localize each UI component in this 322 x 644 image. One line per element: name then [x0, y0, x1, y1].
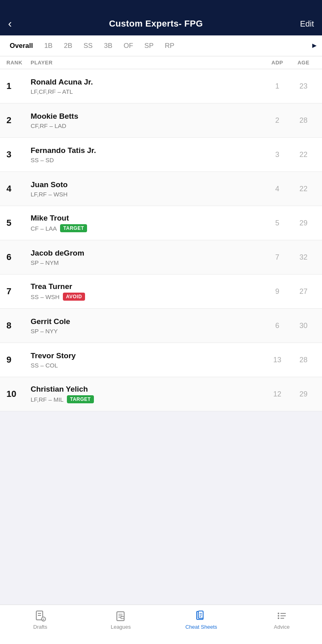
- player-details: SP – NYM: [31, 259, 263, 266]
- nav-leagues[interactable]: Leagues: [97, 610, 145, 630]
- age-value: 27: [291, 287, 316, 296]
- player-details: LF,CF,RF – ATL: [31, 88, 263, 95]
- player-position-team: SS – COL: [31, 362, 58, 369]
- edit-button[interactable]: Edit: [300, 19, 314, 29]
- position-tab-2b[interactable]: 2B: [58, 38, 78, 54]
- position-tab-overall[interactable]: Overall: [4, 38, 39, 54]
- player-info: Trevor Story SS – COL: [31, 351, 263, 369]
- player-details: SS – COL: [31, 362, 263, 369]
- player-info: Christian Yelich LF,RF – MIL TARGET: [31, 385, 263, 403]
- position-tab-3b[interactable]: 3B: [98, 38, 118, 54]
- svg-rect-11: [198, 611, 203, 618]
- page-title: Custom Experts- FPG: [109, 19, 203, 29]
- nav-advice[interactable]: Advice: [258, 610, 306, 630]
- rank-number: 2: [6, 115, 31, 126]
- target-badge: TARGET: [60, 224, 87, 232]
- table-row[interactable]: 8 Gerrit Cole SP – NYY 6 30: [0, 309, 322, 343]
- position-tab-ss[interactable]: SS: [78, 38, 98, 54]
- age-value: 32: [291, 253, 316, 262]
- table-row[interactable]: 3 Fernando Tatis Jr. SS – SD 3 22: [0, 138, 322, 172]
- rank-number: 3: [6, 149, 31, 160]
- player-details: SP – NYY: [31, 328, 263, 334]
- table-row[interactable]: 10 Christian Yelich LF,RF – MIL TARGET 1…: [0, 377, 322, 411]
- table-row[interactable]: 6 Jacob deGrom SP – NYM 7 32: [0, 240, 322, 275]
- position-tab-rp[interactable]: RP: [159, 38, 180, 54]
- player-info: Juan Soto LF,RF – WSH: [31, 180, 263, 198]
- rank-number: 9: [6, 355, 31, 365]
- rank-number: 7: [6, 286, 31, 297]
- table-row[interactable]: 7 Trea Turner SS – WSH AVOID 9 27: [0, 275, 322, 309]
- svg-point-15: [278, 613, 279, 614]
- player-position-team: SS – WSH: [31, 293, 60, 300]
- player-info: Gerrit Cole SP – NYY: [31, 317, 263, 334]
- position-tabs: Overall1B2BSS3BOFSPRP►: [0, 35, 322, 56]
- player-info: Mookie Betts CF,RF – LAD: [31, 112, 263, 129]
- player-position-team: CF – LAA: [31, 225, 57, 232]
- player-position-team: SP – NYM: [31, 259, 59, 266]
- rank-number: 1: [6, 81, 31, 91]
- age-value: 29: [291, 219, 316, 227]
- drafts-icon: F: [34, 610, 46, 622]
- leagues-label: Leagues: [111, 624, 131, 630]
- position-tab-1b[interactable]: 1B: [39, 38, 58, 54]
- adp-value: 2: [263, 116, 291, 125]
- table-row[interactable]: 1 Ronald Acuna Jr. LF,CF,RF – ATL 1 23: [0, 69, 322, 103]
- table-row[interactable]: 5 Mike Trout CF – LAA TARGET 5 29: [0, 206, 322, 240]
- age-value: 22: [291, 185, 316, 193]
- player-details: CF – LAA TARGET: [31, 224, 263, 232]
- player-name: Christian Yelich: [31, 385, 263, 394]
- avoid-badge: AVOID: [63, 293, 85, 301]
- rank-number: 8: [6, 320, 31, 331]
- adp-value: 5: [263, 219, 291, 227]
- age-value: 28: [291, 356, 316, 364]
- table-row[interactable]: 9 Trevor Story SS – COL 13 28: [0, 343, 322, 377]
- player-name: Ronald Acuna Jr.: [31, 78, 263, 87]
- player-details: SS – WSH AVOID: [31, 293, 263, 301]
- age-value: 28: [291, 116, 316, 125]
- adp-header: ADP: [263, 60, 291, 66]
- nav-drafts[interactable]: F Drafts: [16, 610, 64, 630]
- cheatsheets-label: Cheat Sheets: [185, 624, 217, 630]
- table-row[interactable]: 2 Mookie Betts CF,RF – LAD 2 28: [0, 103, 322, 138]
- svg-point-17: [278, 617, 279, 619]
- age-value: 30: [291, 322, 316, 330]
- position-tab-of[interactable]: OF: [118, 38, 139, 54]
- back-button[interactable]: ‹: [8, 17, 12, 30]
- advice-label: Advice: [274, 624, 290, 630]
- rank-header: RANK: [6, 60, 31, 66]
- player-info: Fernando Tatis Jr. SS – SD: [31, 146, 263, 163]
- player-position-team: LF,RF – MIL: [31, 396, 64, 403]
- target-badge: TARGET: [67, 395, 94, 403]
- player-list: 1 Ronald Acuna Jr. LF,CF,RF – ATL 1 23 2…: [0, 69, 322, 452]
- adp-value: 12: [263, 390, 291, 398]
- leagues-icon: [115, 610, 127, 622]
- adp-value: 3: [263, 151, 291, 159]
- age-value: 29: [291, 390, 316, 398]
- rank-number: 5: [6, 218, 31, 228]
- nav-cheatsheets[interactable]: Cheat Sheets: [177, 610, 225, 630]
- player-details: CF,RF – LAD: [31, 122, 263, 129]
- rank-number: 6: [6, 252, 31, 262]
- player-details: LF,RF – MIL TARGET: [31, 395, 263, 403]
- tabs-scroll-arrow[interactable]: ►: [311, 41, 318, 50]
- advice-icon: [276, 610, 288, 622]
- cheatsheets-icon: [195, 610, 207, 622]
- player-name: Trevor Story: [31, 351, 263, 360]
- age-value: 23: [291, 82, 316, 91]
- table-row[interactable]: 4 Juan Soto LF,RF – WSH 4 22: [0, 172, 322, 206]
- position-tab-sp[interactable]: SP: [139, 38, 159, 54]
- app-header: ‹ Custom Experts- FPG Edit: [0, 0, 322, 35]
- player-position-team: SP – NYY: [31, 328, 58, 334]
- player-details: SS – SD: [31, 157, 263, 163]
- svg-text:F: F: [42, 618, 44, 621]
- svg-point-16: [278, 615, 279, 617]
- player-position-team: LF,CF,RF – ATL: [31, 88, 73, 95]
- table-header: RANK PLAYER ADP AGE: [0, 56, 322, 69]
- player-name: Jacob deGrom: [31, 249, 263, 258]
- bottom-nav: F Drafts Leagues Cheat She: [0, 605, 322, 644]
- age-value: 22: [291, 151, 316, 159]
- player-header: PLAYER: [31, 60, 263, 66]
- player-name: Juan Soto: [31, 180, 263, 189]
- player-details: LF,RF – WSH: [31, 191, 263, 198]
- player-name: Mookie Betts: [31, 112, 263, 121]
